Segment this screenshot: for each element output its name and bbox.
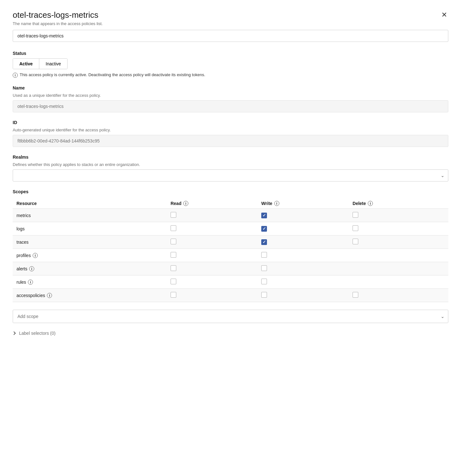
realms-sublabel: Defines whether this policy applies to s… [13, 162, 448, 167]
status-info: i This access policy is currently active… [13, 72, 448, 78]
display-name-subtitle: The name that appears in the access poli… [13, 21, 448, 26]
display-name-input[interactable] [13, 30, 448, 42]
id-section: ID Auto-generated unique identifier for … [13, 120, 448, 147]
realms-select[interactable] [13, 169, 448, 182]
resource-name-text: accesspolicies [16, 293, 45, 298]
modal-container: otel-traces-logs-metrics ✕ The name that… [0, 0, 461, 476]
read-checkbox[interactable] [171, 265, 176, 271]
table-row: alertsi [13, 262, 448, 275]
label-selectors-chevron-icon [12, 331, 16, 335]
read-checkbox[interactable] [171, 252, 176, 258]
scopes-table: Resource Read i Write i [13, 198, 448, 302]
realms-section: Realms Defines whether this policy appli… [13, 155, 448, 182]
write-checkbox[interactable] [261, 213, 267, 218]
close-button[interactable]: ✕ [440, 10, 448, 20]
col-resource: Resource [13, 198, 167, 209]
add-scope-select[interactable]: Add scope [13, 310, 448, 323]
read-checkbox[interactable] [171, 292, 176, 298]
id-sublabel: Auto-generated unique identifier for the… [13, 128, 448, 132]
status-inactive-button[interactable]: Inactive [39, 59, 67, 69]
resource-name-text: profiles [16, 253, 31, 258]
col-write: Write i [257, 198, 349, 209]
scopes-section: Scopes Resource Read i Write [13, 189, 448, 302]
modal-header: otel-traces-logs-metrics ✕ [13, 10, 448, 20]
status-label: Status [13, 51, 448, 56]
resource-name-text: logs [16, 226, 25, 231]
info-icon: i [13, 73, 18, 78]
resource-name-text: rules [16, 280, 26, 285]
delete-info-icon: i [368, 201, 373, 206]
read-checkbox[interactable] [171, 279, 176, 284]
delete-checkbox[interactable] [353, 292, 358, 298]
status-toggle: Active Inactive [13, 58, 68, 69]
write-checkbox[interactable] [261, 292, 267, 298]
table-row: rulesi [13, 275, 448, 289]
write-checkbox[interactable] [261, 252, 267, 258]
modal-title: otel-traces-logs-metrics [13, 10, 98, 20]
delete-checkbox[interactable] [353, 239, 358, 244]
read-checkbox[interactable] [171, 212, 176, 218]
resource-info-icon: i [33, 253, 38, 258]
col-delete: Delete i [349, 198, 448, 209]
col-read: Read i [167, 198, 257, 209]
status-info-text: This access policy is currently active. … [20, 72, 205, 77]
table-row: accesspoliciesi [13, 289, 448, 302]
read-info-icon: i [183, 201, 188, 206]
name-sublabel: Used as a unique identifier for the acce… [13, 93, 448, 98]
write-checkbox[interactable] [261, 226, 267, 232]
name-section: Name Used as a unique identifier for the… [13, 85, 448, 112]
write-checkbox[interactable] [261, 279, 267, 284]
write-checkbox[interactable] [261, 265, 267, 271]
table-row: profilesi [13, 249, 448, 262]
write-checkbox[interactable] [261, 239, 267, 245]
resource-info-icon: i [28, 280, 33, 285]
resource-name-text: traces [16, 240, 29, 245]
label-selectors[interactable]: Label selectors (0) [13, 331, 448, 336]
status-active-button[interactable]: Active [13, 59, 39, 69]
resource-info-icon: i [29, 266, 34, 271]
delete-checkbox[interactable] [353, 212, 358, 218]
table-row: logs [13, 222, 448, 235]
scopes-label: Scopes [13, 189, 448, 194]
realms-label: Realms [13, 155, 448, 160]
table-row: metrics [13, 209, 448, 222]
id-input[interactable] [13, 135, 448, 147]
resource-info-icon: i [47, 293, 52, 298]
read-checkbox[interactable] [171, 239, 176, 244]
name-input[interactable] [13, 100, 448, 112]
read-checkbox[interactable] [171, 225, 176, 231]
write-info-icon: i [274, 201, 279, 206]
add-scope-wrapper: Add scope ⌄ [13, 310, 448, 323]
name-label: Name [13, 85, 448, 90]
label-selectors-text: Label selectors (0) [19, 331, 55, 336]
table-row: traces [13, 235, 448, 249]
status-section: Status Active Inactive i This access pol… [13, 51, 448, 78]
scopes-table-header-row: Resource Read i Write i [13, 198, 448, 209]
resource-name-text: alerts [16, 266, 27, 271]
realms-select-wrapper: ⌄ [13, 169, 448, 182]
id-label: ID [13, 120, 448, 125]
delete-checkbox[interactable] [353, 225, 358, 231]
resource-name-text: metrics [16, 213, 31, 218]
